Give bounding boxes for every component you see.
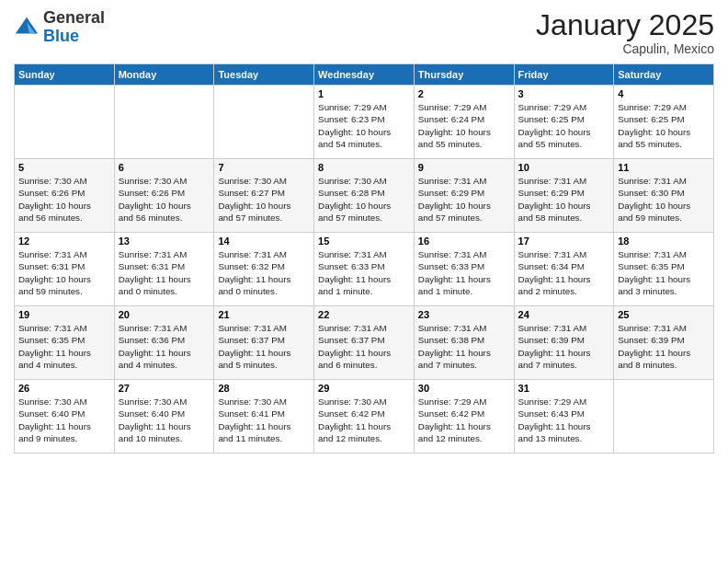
day-info: Sunrise: 7:30 AM Sunset: 6:41 PM Dayligh… (218, 396, 310, 444)
logo-blue: Blue (43, 27, 79, 45)
week-row-1: 5Sunrise: 7:30 AM Sunset: 6:26 PM Daylig… (15, 159, 714, 233)
col-monday: Monday (114, 64, 214, 86)
calendar-cell: 26Sunrise: 7:30 AM Sunset: 6:40 PM Dayli… (15, 380, 115, 454)
logo-general: General (43, 8, 105, 27)
calendar-cell: 20Sunrise: 7:31 AM Sunset: 6:36 PM Dayli… (114, 306, 214, 380)
day-info: Sunrise: 7:30 AM Sunset: 6:40 PM Dayligh… (18, 396, 110, 444)
svg-marker-0 (16, 17, 38, 34)
calendar-cell: 16Sunrise: 7:31 AM Sunset: 6:33 PM Dayli… (414, 233, 514, 306)
title-block: January 2025 Capulin, Mexico (536, 9, 714, 56)
day-number: 6 (119, 162, 210, 173)
calendar-header: Sunday Monday Tuesday Wednesday Thursday… (15, 64, 714, 86)
calendar-cell: 11Sunrise: 7:31 AM Sunset: 6:30 PM Dayli… (614, 159, 714, 233)
calendar-cell (614, 380, 714, 454)
day-number: 21 (218, 309, 310, 320)
day-number: 29 (318, 383, 410, 394)
calendar-cell: 18Sunrise: 7:31 AM Sunset: 6:35 PM Dayli… (614, 233, 714, 306)
day-info: Sunrise: 7:29 AM Sunset: 6:42 PM Dayligh… (418, 396, 510, 444)
day-info: Sunrise: 7:31 AM Sunset: 6:29 PM Dayligh… (518, 175, 610, 224)
calendar-cell (214, 86, 314, 159)
day-info: Sunrise: 7:31 AM Sunset: 6:30 PM Dayligh… (618, 175, 710, 224)
calendar-cell: 1Sunrise: 7:29 AM Sunset: 6:23 PM Daylig… (314, 86, 415, 159)
calendar-cell: 4Sunrise: 7:29 AM Sunset: 6:25 PM Daylig… (614, 86, 714, 159)
day-number: 13 (119, 236, 210, 247)
day-number: 8 (318, 162, 410, 173)
calendar-cell: 10Sunrise: 7:31 AM Sunset: 6:29 PM Dayli… (514, 159, 614, 233)
day-info: Sunrise: 7:29 AM Sunset: 6:43 PM Dayligh… (518, 396, 610, 444)
day-info: Sunrise: 7:29 AM Sunset: 6:24 PM Dayligh… (418, 101, 510, 150)
day-info: Sunrise: 7:31 AM Sunset: 6:35 PM Dayligh… (618, 248, 710, 297)
day-number: 28 (218, 383, 310, 394)
calendar-cell: 13Sunrise: 7:31 AM Sunset: 6:31 PM Dayli… (114, 233, 214, 306)
day-info: Sunrise: 7:30 AM Sunset: 6:26 PM Dayligh… (18, 175, 110, 224)
calendar-cell: 31Sunrise: 7:29 AM Sunset: 6:43 PM Dayli… (514, 380, 614, 454)
calendar-cell: 22Sunrise: 7:31 AM Sunset: 6:37 PM Dayli… (314, 306, 415, 380)
day-info: Sunrise: 7:30 AM Sunset: 6:28 PM Dayligh… (318, 175, 410, 224)
day-info: Sunrise: 7:30 AM Sunset: 6:40 PM Dayligh… (119, 396, 210, 444)
calendar-cell: 24Sunrise: 7:31 AM Sunset: 6:39 PM Dayli… (514, 306, 614, 380)
week-row-3: 19Sunrise: 7:31 AM Sunset: 6:35 PM Dayli… (15, 306, 714, 380)
calendar-cell: 5Sunrise: 7:30 AM Sunset: 6:26 PM Daylig… (15, 159, 115, 233)
day-number: 2 (418, 88, 510, 99)
day-number: 20 (119, 309, 210, 320)
day-number: 26 (18, 383, 110, 394)
logo-icon (14, 15, 40, 40)
header: General Blue January 2025 Capulin, Mexic… (14, 9, 714, 56)
month-title: January 2025 (536, 9, 714, 41)
calendar-cell: 21Sunrise: 7:31 AM Sunset: 6:37 PM Dayli… (214, 306, 314, 380)
day-number: 4 (618, 88, 710, 99)
day-number: 7 (218, 162, 310, 173)
calendar-cell: 9Sunrise: 7:31 AM Sunset: 6:29 PM Daylig… (414, 159, 514, 233)
calendar-cell (15, 86, 115, 159)
calendar-cell: 3Sunrise: 7:29 AM Sunset: 6:25 PM Daylig… (514, 86, 614, 159)
logo-text: General Blue (43, 9, 105, 46)
calendar-cell: 14Sunrise: 7:31 AM Sunset: 6:32 PM Dayli… (214, 233, 314, 306)
day-number: 1 (318, 88, 410, 99)
location: Capulin, Mexico (536, 41, 714, 56)
calendar-cell: 17Sunrise: 7:31 AM Sunset: 6:34 PM Dayli… (514, 233, 614, 306)
col-saturday: Saturday (614, 64, 714, 86)
day-number: 27 (119, 383, 210, 394)
calendar-cell: 8Sunrise: 7:30 AM Sunset: 6:28 PM Daylig… (314, 159, 415, 233)
calendar-cell: 30Sunrise: 7:29 AM Sunset: 6:42 PM Dayli… (414, 380, 514, 454)
day-info: Sunrise: 7:31 AM Sunset: 6:33 PM Dayligh… (418, 248, 510, 297)
day-info: Sunrise: 7:31 AM Sunset: 6:35 PM Dayligh… (18, 322, 110, 371)
day-info: Sunrise: 7:30 AM Sunset: 6:26 PM Dayligh… (119, 175, 210, 224)
day-number: 23 (418, 309, 510, 320)
day-number: 9 (418, 162, 510, 173)
calendar-cell: 15Sunrise: 7:31 AM Sunset: 6:33 PM Dayli… (314, 233, 415, 306)
calendar-cell: 27Sunrise: 7:30 AM Sunset: 6:40 PM Dayli… (114, 380, 214, 454)
day-number: 16 (418, 236, 510, 247)
day-info: Sunrise: 7:31 AM Sunset: 6:39 PM Dayligh… (618, 322, 710, 371)
col-friday: Friday (514, 64, 614, 86)
day-number: 24 (518, 309, 610, 320)
day-number: 5 (18, 162, 110, 173)
day-info: Sunrise: 7:31 AM Sunset: 6:31 PM Dayligh… (18, 248, 110, 297)
day-number: 14 (218, 236, 310, 247)
day-number: 30 (418, 383, 510, 394)
week-row-2: 12Sunrise: 7:31 AM Sunset: 6:31 PM Dayli… (15, 233, 714, 306)
day-info: Sunrise: 7:31 AM Sunset: 6:31 PM Dayligh… (119, 248, 210, 297)
day-info: Sunrise: 7:31 AM Sunset: 6:32 PM Dayligh… (218, 248, 310, 297)
day-number: 3 (518, 88, 610, 99)
day-number: 22 (318, 309, 410, 320)
day-number: 25 (618, 309, 710, 320)
logo: General Blue (14, 9, 105, 46)
day-info: Sunrise: 7:31 AM Sunset: 6:37 PM Dayligh… (318, 322, 410, 371)
calendar-cell: 28Sunrise: 7:30 AM Sunset: 6:41 PM Dayli… (214, 380, 314, 454)
day-number: 15 (318, 236, 410, 247)
calendar-cell: 12Sunrise: 7:31 AM Sunset: 6:31 PM Dayli… (15, 233, 115, 306)
calendar-cell: 29Sunrise: 7:30 AM Sunset: 6:42 PM Dayli… (314, 380, 415, 454)
calendar-body: 1Sunrise: 7:29 AM Sunset: 6:23 PM Daylig… (15, 86, 714, 454)
day-number: 17 (518, 236, 610, 247)
day-info: Sunrise: 7:29 AM Sunset: 6:25 PM Dayligh… (618, 101, 710, 150)
day-info: Sunrise: 7:31 AM Sunset: 6:36 PM Dayligh… (119, 322, 210, 371)
day-info: Sunrise: 7:29 AM Sunset: 6:25 PM Dayligh… (518, 101, 610, 150)
day-number: 11 (618, 162, 710, 173)
day-number: 18 (618, 236, 710, 247)
day-number: 10 (518, 162, 610, 173)
day-info: Sunrise: 7:31 AM Sunset: 6:34 PM Dayligh… (518, 248, 610, 297)
col-thursday: Thursday (414, 64, 514, 86)
col-tuesday: Tuesday (214, 64, 314, 86)
col-sunday: Sunday (15, 64, 115, 86)
